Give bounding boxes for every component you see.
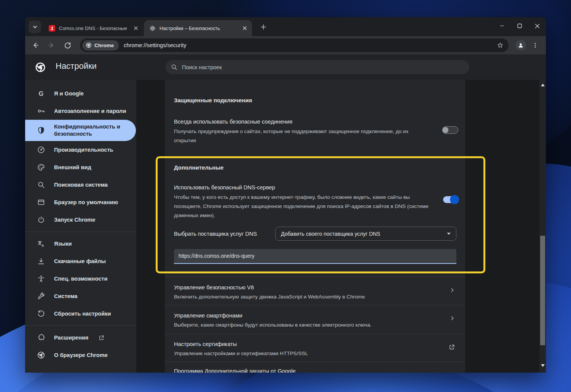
magnifier-icon [37,180,46,189]
chrome-logo-icon [35,62,46,73]
scrollbar-thumb[interactable] [540,236,545,345]
row-desc-always-secure: Получать предупреждения о сайтах, которы… [174,127,429,145]
sidebar-item-default-browser[interactable]: Браузер по умолчанию [25,194,136,211]
sidebar-item-extensions[interactable]: Расширения [25,329,136,346]
dns-url-input[interactable] [174,249,456,264]
settings-body: G Я и Google Автозаполнение и пароли [25,80,546,373]
forward-button[interactable] [46,40,57,51]
dns-provider-label: Выбрать поставщика услуг DNS [174,231,257,237]
tab-search-button[interactable] [29,21,41,33]
svg-text:G: G [39,90,44,97]
row-title-secure-dns: Использовать безопасный DNS-сервер [174,184,429,191]
power-icon [37,215,46,224]
settings-search[interactable] [166,60,469,74]
sidebar-divider [25,325,136,326]
accessibility-icon [37,274,46,283]
tab-comss-dns[interactable]: 1 Comss.one DNS - Безопасные [43,20,143,36]
sidebar-item-about-chrome[interactable]: О браузере Chrome [25,346,136,364]
row-title-certificates: Настроить сертификаты [174,340,429,348]
close-button[interactable] [528,17,546,35]
badge-label: Chrome [94,43,114,48]
sidebar-item-autofill[interactable]: Автозаполнение и пароли [25,102,136,120]
google-g-icon: G [37,89,46,98]
row-desc-secure-dns: Чтобы тем, у кого есть доступ к вашему и… [174,193,429,220]
minimize-button[interactable] [493,17,511,35]
row-divider [165,305,465,305]
window-caption-controls [493,17,546,35]
search-icon [171,64,177,70]
toggle-always-secure[interactable] [442,126,458,134]
dns-provider-dropdown[interactable]: Добавить своего поставщика услуг DNS [275,227,456,241]
search-input[interactable] [181,64,449,71]
dropdown-value: Добавить своего поставщика услуг DNS [281,231,447,237]
chrome-logo-icon [86,42,92,48]
sidebar-item-downloads[interactable]: Скачанные файлы [25,252,136,270]
external-link-icon[interactable] [448,344,455,351]
site-settings-badge[interactable]: Chrome [82,40,119,51]
sidebar-item-search-engine[interactable]: Поисковая система [25,176,136,194]
browser-window-icon [37,198,46,207]
sidebar-item-you-and-google[interactable]: G Я и Google [25,85,136,102]
section-heading-secure-connections: Защищенные подключения [174,97,252,103]
wrench-icon [37,292,46,301]
chrome-logo-icon [37,351,46,360]
settings-sidebar: G Я и Google Автозаполнение и пароли [25,80,136,373]
sidebar-item-performance[interactable]: Производительность [25,141,136,159]
sidebar-item-reset[interactable]: Сбросить настройки [25,305,136,322]
sidebar-item-appearance[interactable]: Внешний вид [25,159,136,176]
row-desc-smartphones: Выберите, какие смартфоны будут использо… [174,321,429,330]
speedometer-icon [37,145,46,154]
scrollbar[interactable] [539,80,546,373]
row-title-v8: Управление безопасностью V8 [174,284,429,291]
tab-close-icon[interactable] [241,25,248,32]
chevron-down-icon [32,24,38,30]
toggle-secure-dns[interactable] [443,196,458,203]
row-title-smartphones: Управление смартфонами [174,312,429,319]
menu-kebab-icon[interactable] [530,40,541,51]
scrollbar-down-arrow[interactable] [539,363,546,368]
scrollbar-up-arrow[interactable] [539,82,546,87]
row-title-always-secure: Всегда использовать безопасные соединени… [174,118,429,125]
sidebar-item-privacy-security[interactable]: Конфиденциальность и безопасность [25,120,136,141]
sidebar-item-accessibility[interactable]: Спец. возможности [25,270,136,287]
row-divider [165,362,465,362]
section-heading-additional: Дополнительные [174,164,223,171]
row-desc-v8: Включить дополнительную защиту движка Ja… [174,292,429,302]
chevron-down-icon [447,233,451,235]
row-title-advanced-protection: Программа Дополнительной защиты от Googl… [174,367,429,373]
shield-icon [37,126,46,135]
settings-card: Защищенные подключения Всегда использова… [165,80,465,373]
url-text: chrome://settings/security [124,42,497,48]
key-icon [37,106,46,116]
profile-avatar[interactable] [515,40,526,51]
sidebar-divider [25,232,136,232]
download-icon [37,257,46,266]
chevron-right-icon[interactable] [449,287,455,293]
settings-header: Настройки [25,54,546,80]
toggle-knob [442,127,448,133]
reset-icon [37,309,46,318]
reload-button[interactable] [62,40,73,51]
page-title: Настройки [56,61,97,71]
address-bar[interactable]: Chrome chrome://settings/security [80,38,509,52]
tab-settings-security[interactable]: Настройки – Безопасность [144,20,252,36]
back-button[interactable] [30,40,41,51]
sidebar-item-system[interactable]: Система [25,287,136,305]
maximize-button[interactable] [511,17,528,35]
bookmark-star-icon[interactable] [497,42,504,49]
row-divider [165,334,465,334]
tab-title: Настройки – Безопасность [159,25,239,31]
sidebar-item-languages[interactable]: A Языки [25,235,136,252]
chevron-right-icon[interactable] [449,315,455,321]
external-link-icon [98,335,105,341]
tab-close-icon[interactable] [132,25,139,32]
translate-icon: A [37,239,46,248]
browser-toolbar: Chrome chrome://settings/security [25,36,546,54]
new-tab-button[interactable] [258,22,269,32]
sidebar-item-on-startup[interactable]: Запуск Chrome [25,211,136,229]
gear-icon [149,25,156,32]
tab-strip: 1 Comss.one DNS - Безопасные Настройки –… [25,17,546,36]
tab-title: Comss.one DNS - Безопасные [59,25,130,31]
chrome-window: 1 Comss.one DNS - Безопасные Настройки –… [25,17,546,373]
palette-icon [37,163,46,172]
